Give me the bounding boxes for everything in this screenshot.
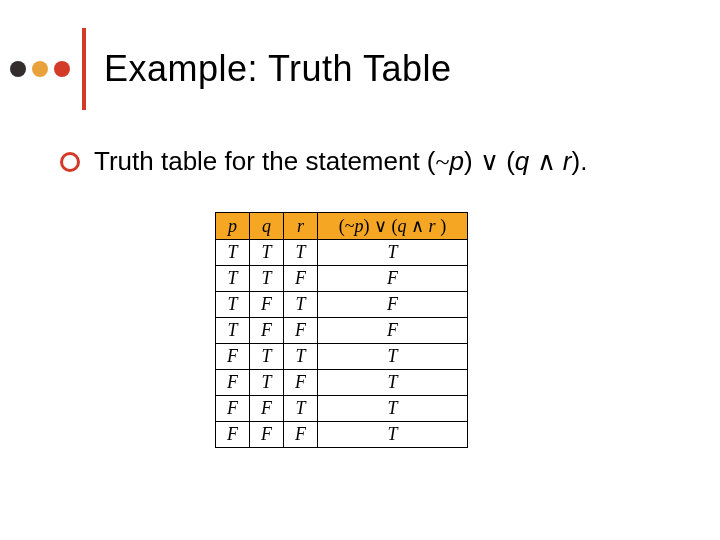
col-header-q: q xyxy=(250,213,284,240)
slide-header: Example: Truth Table xyxy=(10,28,452,110)
table-row: T F F F xyxy=(216,318,468,344)
text xyxy=(529,146,536,176)
var-r: r xyxy=(429,216,441,236)
cell: F xyxy=(284,318,318,344)
cell: F xyxy=(250,422,284,448)
cell: F xyxy=(250,292,284,318)
or-symbol: ∨ xyxy=(480,147,499,176)
cell: T xyxy=(216,240,250,266)
text: Truth table for the statement ( xyxy=(94,146,436,176)
cell: T xyxy=(250,370,284,396)
bullet-icon xyxy=(60,152,80,172)
body-line: Truth table for the statement (~p) ∨ (q … xyxy=(60,145,587,179)
cell: F xyxy=(318,318,468,344)
cell: T xyxy=(250,266,284,292)
neg-symbol: ~ xyxy=(345,216,355,236)
vertical-divider xyxy=(82,28,86,110)
cell: F xyxy=(216,344,250,370)
cell: T xyxy=(216,292,250,318)
cell: F xyxy=(318,266,468,292)
table-row: F T F T xyxy=(216,370,468,396)
cell: F xyxy=(284,266,318,292)
text: ) xyxy=(364,216,375,236)
cell: F xyxy=(216,396,250,422)
dot-icon xyxy=(10,61,26,77)
cell: T xyxy=(284,292,318,318)
text: ( xyxy=(499,146,515,176)
cell: F xyxy=(216,370,250,396)
text: ). xyxy=(571,146,587,176)
slide-title: Example: Truth Table xyxy=(104,48,452,90)
cell: F xyxy=(216,422,250,448)
text: ) xyxy=(440,216,446,236)
cell: T xyxy=(216,318,250,344)
text xyxy=(556,146,563,176)
cell: T xyxy=(318,370,468,396)
var-q: q xyxy=(398,216,407,236)
table-row: F F T T xyxy=(216,396,468,422)
and-symbol: ∧ xyxy=(537,147,556,176)
or-symbol: ∨ xyxy=(374,216,387,236)
col-header-r: r xyxy=(284,213,318,240)
table-row: F T T T xyxy=(216,344,468,370)
var-p: p xyxy=(355,216,364,236)
table-row: F F F T xyxy=(216,422,468,448)
cell: F xyxy=(318,292,468,318)
cell: T xyxy=(250,344,284,370)
neg-symbol: ~ xyxy=(436,147,450,176)
col-header-expr: (~p) ∨ (q ∧ r ) xyxy=(318,213,468,240)
cell: T xyxy=(284,344,318,370)
table-row: T T F F xyxy=(216,266,468,292)
col-header-p: p xyxy=(216,213,250,240)
dot-icon xyxy=(54,61,70,77)
cell: T xyxy=(318,396,468,422)
cell: T xyxy=(284,240,318,266)
cell: F xyxy=(250,318,284,344)
cell: T xyxy=(318,240,468,266)
table-row: T T T T xyxy=(216,240,468,266)
cell: F xyxy=(250,396,284,422)
cell: T xyxy=(284,396,318,422)
cell: F xyxy=(284,370,318,396)
body-text: Truth table for the statement (~p) ∨ (q … xyxy=(94,145,587,179)
cell: T xyxy=(318,344,468,370)
text: ( xyxy=(387,216,398,236)
cell: T xyxy=(216,266,250,292)
cell: T xyxy=(318,422,468,448)
truth-table: p q r (~p) ∨ (q ∧ r ) T T T T T T F F T … xyxy=(215,212,468,448)
and-symbol: ∧ xyxy=(411,216,424,236)
dot-icon xyxy=(32,61,48,77)
text: ) xyxy=(464,146,480,176)
cell: F xyxy=(284,422,318,448)
var-q: q xyxy=(515,146,529,176)
table-header-row: p q r (~p) ∨ (q ∧ r ) xyxy=(216,213,468,240)
cell: T xyxy=(250,240,284,266)
decor-dots xyxy=(10,61,70,77)
table-row: T F T F xyxy=(216,292,468,318)
var-p: p xyxy=(450,146,464,176)
